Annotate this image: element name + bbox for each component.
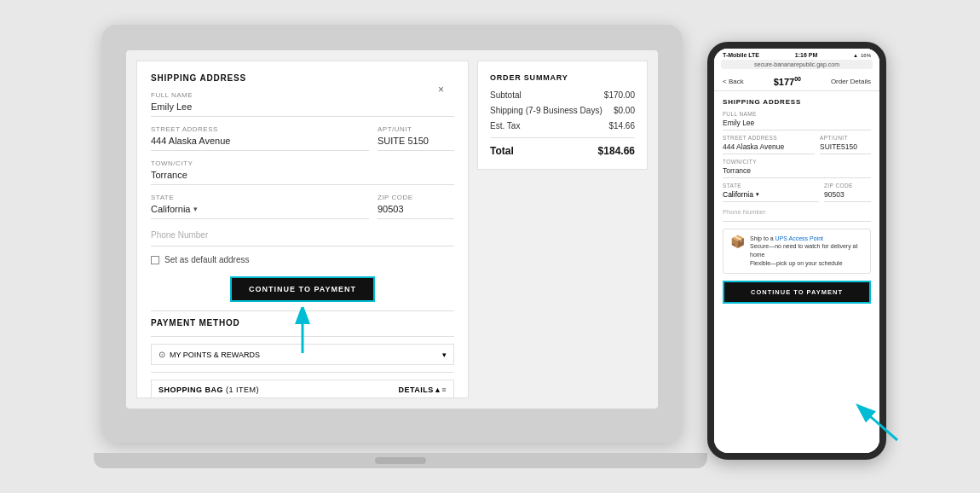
phone-street-field: STREET ADDRESS 444 Alaska Avenue: [723, 135, 815, 159]
state-select[interactable]: California ▾: [151, 204, 369, 219]
full-name-label: FULL NAME: [151, 91, 454, 99]
phone-fullname-field: FULL NAME Emily Lee: [723, 111, 871, 130]
total-row: Total $184.66: [490, 145, 635, 157]
phone-street-value: 444 Alaska Avenue: [723, 142, 815, 154]
order-summary-panel: ORDER SUMMARY Subtotal $170.00 Shipping …: [477, 61, 648, 170]
ups-line2: Secure—no need to watch for delivery at …: [750, 243, 857, 258]
phone-zip-field: ZIP CODE 90503: [824, 183, 871, 206]
ups-text: Ship to a UPS Access Point Secure—no nee…: [750, 235, 863, 268]
ups-link[interactable]: UPS Access Point: [775, 235, 823, 241]
ship-text: Ship 1 item:: [170, 397, 210, 398]
laptop-body: SHIPPING ADDRESS × FULL NAME Emily Lee S…: [102, 25, 682, 443]
chevron-up-icon: ▴: [435, 386, 441, 394]
subtotal-label: Subtotal: [490, 90, 522, 100]
phone-arrow-indicator: [850, 393, 902, 444]
street-value: 444 Alaska Avenue: [151, 136, 369, 151]
phone-phone-input[interactable]: Phone Number: [723, 206, 871, 222]
points-label: MY POINTS & REWARDS: [170, 351, 260, 359]
continue-to-payment-button[interactable]: CONTINUE TO PAYMENT: [230, 276, 375, 302]
state-value: California: [151, 204, 190, 214]
shipping-value: $0.00: [614, 106, 635, 115]
zip-value: 90503: [378, 204, 454, 219]
phone-fullname-label: FULL NAME: [723, 111, 871, 117]
subtotal-row: Subtotal $170.00: [490, 90, 635, 100]
bag-title-row: SHOPPING BAG (1 item): [159, 386, 259, 394]
town-field: TOWN/CITY Torrance: [151, 160, 454, 185]
shipping-row: Shipping (7-9 Business Days) $0.00: [490, 106, 635, 115]
ups-access-point-box: 📦 Ship to a UPS Access Point Secure—no n…: [723, 229, 871, 274]
phone-fullname-value: Emily Lee: [723, 119, 871, 130]
ups-line3: Flexible—pick up on your schedule: [750, 260, 843, 266]
state-zip-row: STATE California ▾ ZIP CODE 90503: [151, 194, 454, 219]
order-summary-title: ORDER SUMMARY: [490, 73, 635, 82]
shipping-section-title: SHIPPING ADDRESS: [151, 73, 454, 83]
full-name-field: FULL NAME Emily Lee: [151, 91, 454, 117]
left-panel: SHIPPING ADDRESS × FULL NAME Emily Lee S…: [136, 61, 469, 398]
zip-label: ZIP CODE: [378, 194, 454, 201]
wifi-icon: ▲: [853, 53, 858, 58]
points-left: ⊙ MY POINTS & REWARDS: [159, 350, 260, 359]
close-icon[interactable]: ×: [438, 84, 444, 96]
phone-apt-value: SUITE5150: [820, 142, 871, 154]
shipping-label: Shipping (7-9 Business Days): [490, 106, 602, 115]
apt-value: SUITE 5150: [378, 136, 454, 151]
price-display: $17700: [774, 76, 801, 87]
laptop-container: SHIPPING ADDRESS × FULL NAME Emily Lee S…: [94, 25, 690, 468]
price-value: 177: [779, 77, 794, 87]
menu-icon: ≡: [441, 386, 447, 394]
order-details-link[interactable]: Order Details: [831, 78, 871, 85]
phone-town-field: TOWN/CITY Torrance: [723, 159, 871, 178]
phone-phone-placeholder: Phone Number: [723, 206, 871, 216]
summary-divider: [490, 137, 635, 138]
phone-continue-to-payment-button[interactable]: CONTINUE TO PAYMENT: [723, 281, 871, 304]
battery-indicator: ▲ 16%: [853, 53, 871, 58]
default-address-checkbox[interactable]: [151, 256, 159, 264]
chevron-down-icon: ▾: [193, 205, 198, 213]
continue-btn-container: CONTINUE TO PAYMENT: [151, 276, 454, 302]
total-value: $184.66: [598, 145, 635, 157]
zip-field: ZIP CODE 90503: [378, 194, 454, 219]
phone-placeholder: Phone Number: [151, 228, 454, 240]
phone-nav: < Back $17700 Order Details: [714, 72, 879, 91]
apt-field: APT/UNIT SUITE 5150: [378, 125, 454, 151]
tax-value: $14.66: [608, 121, 635, 130]
total-label: Total: [490, 145, 514, 157]
default-address-row: Set as default address: [151, 255, 454, 264]
phone-state-label: STATE: [723, 183, 819, 188]
tax-row: Est. Tax $14.66: [490, 121, 635, 130]
chevron-down-icon-points: ▾: [442, 351, 447, 359]
phone-chevron-down: ▾: [756, 191, 759, 198]
phone-town-label: TOWN/CITY: [723, 159, 871, 165]
phone-zip-label: ZIP CODE: [824, 183, 871, 188]
state-field: STATE California ▾: [151, 194, 369, 219]
phone-state-field: STATE California ▾: [723, 183, 819, 206]
phone-input-field[interactable]: Phone Number: [151, 228, 454, 246]
phone-street-label: STREET ADDRESS: [723, 135, 815, 141]
laptop-base: [94, 453, 707, 468]
back-button[interactable]: < Back: [723, 78, 744, 85]
phone-zip-value: 90503: [824, 190, 871, 202]
phone-state-select[interactable]: California ▾: [723, 190, 819, 202]
street-field: STREET ADDRESS 444 Alaska Avenue: [151, 125, 369, 151]
divider3: [151, 372, 454, 373]
details-row: Details ▴ ≡: [398, 386, 447, 394]
full-name-value: Emily Lee: [151, 102, 454, 117]
town-value: Torrance: [151, 170, 454, 185]
ship-icon: ▦: [159, 397, 166, 398]
tax-label: Est. Tax: [490, 121, 520, 130]
price-cents: 00: [794, 76, 801, 82]
arrow-indicator: [285, 307, 320, 354]
circle-icon: ⊙: [159, 350, 165, 359]
phone-town-value: Torrance: [723, 166, 871, 178]
phone-apt-field: APT/UNIT SUITE5150: [820, 135, 871, 159]
battery-text: 16%: [861, 53, 871, 58]
phone-state-value: California: [723, 190, 753, 199]
phone-street-row: STREET ADDRESS 444 Alaska Avenue APT/UNI…: [723, 135, 871, 159]
street-label: STREET ADDRESS: [151, 125, 369, 133]
street-row: STREET ADDRESS 444 Alaska Avenue APT/UNI…: [151, 125, 454, 151]
subtotal-value: $170.00: [604, 90, 635, 100]
details-label: Details: [398, 386, 433, 394]
state-label: STATE: [151, 194, 369, 201]
phone-apt-label: APT/UNIT: [820, 135, 871, 141]
svg-line-3: [863, 410, 897, 440]
